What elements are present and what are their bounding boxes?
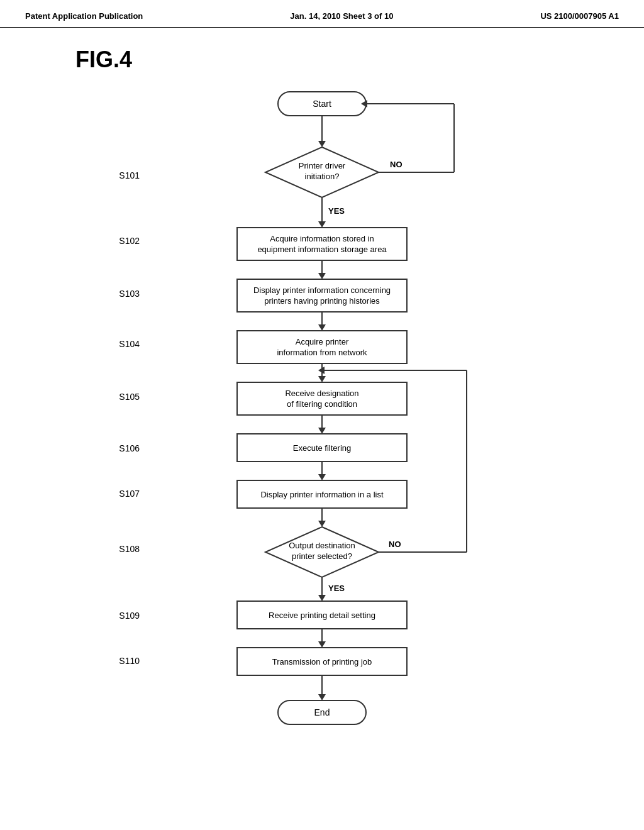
s104-text-line1: Acquire printer bbox=[296, 337, 349, 346]
s109-label: S109 bbox=[119, 611, 140, 621]
flowchart-svg: Start S101 Printer driver initiation? YE… bbox=[102, 86, 542, 815]
s106-text: Execute filtering bbox=[293, 443, 352, 453]
s101-label: S101 bbox=[119, 170, 140, 180]
svg-marker-2 bbox=[318, 141, 326, 147]
start-label: Start bbox=[313, 99, 331, 109]
svg-marker-40 bbox=[318, 694, 326, 700]
svg-rect-16 bbox=[237, 331, 407, 363]
s104-label: S104 bbox=[119, 339, 140, 349]
header-center: Jan. 14, 2010 Sheet 3 of 10 bbox=[290, 11, 393, 21]
flowchart: Start S101 Printer driver initiation? YE… bbox=[102, 86, 542, 817]
s105-text-line2: of filtering condition bbox=[287, 399, 357, 409]
s109-text: Receive printing detail setting bbox=[269, 611, 375, 620]
s102-text-line1: Acquire information stored in bbox=[270, 234, 374, 243]
svg-rect-13 bbox=[237, 279, 407, 312]
s102-text-line2: equipment information storage area bbox=[257, 245, 387, 254]
s108-label: S108 bbox=[119, 544, 140, 554]
end-label: End bbox=[314, 707, 330, 717]
svg-rect-10 bbox=[237, 228, 407, 260]
s107-text: Display printer information in a list bbox=[260, 490, 383, 499]
svg-marker-12 bbox=[318, 273, 326, 279]
page-header: Patent Application Publication Jan. 14, … bbox=[0, 0, 644, 28]
svg-marker-37 bbox=[318, 641, 326, 648]
svg-marker-5 bbox=[318, 221, 326, 228]
s101-text-line1: Printer driver bbox=[299, 161, 346, 170]
s101-no-label: NO bbox=[390, 160, 402, 169]
s110-label: S110 bbox=[119, 656, 140, 666]
s106-label: S106 bbox=[119, 443, 140, 453]
s105-text-line1: Receive designation bbox=[285, 389, 358, 398]
s102-label: S102 bbox=[119, 236, 140, 246]
s108-yes-label: YES bbox=[328, 584, 345, 593]
svg-rect-19 bbox=[237, 382, 407, 415]
s103-label: S103 bbox=[119, 289, 140, 299]
s108-no-label: NO bbox=[389, 540, 401, 549]
header-right: US 2100/0007905 A1 bbox=[540, 11, 619, 21]
svg-marker-24 bbox=[318, 474, 326, 480]
svg-marker-21 bbox=[318, 428, 326, 434]
svg-marker-34 bbox=[318, 595, 326, 601]
s103-text-line1: Display printer information concerning bbox=[253, 285, 391, 295]
s105-label: S105 bbox=[119, 392, 140, 402]
s101-yes-label: YES bbox=[328, 206, 345, 216]
svg-marker-27 bbox=[318, 521, 326, 527]
fig-title: FIG.4 bbox=[0, 28, 644, 86]
s103-text-line2: printers having printing histories bbox=[264, 296, 380, 306]
s108-text-line1: Output destination bbox=[289, 541, 355, 550]
s108-text-line2: printer selected? bbox=[292, 551, 352, 561]
s107-label: S107 bbox=[119, 489, 140, 499]
header-left: Patent Application Publication bbox=[25, 11, 143, 21]
s104-text-line2: information from network bbox=[277, 348, 367, 357]
s110-text: Transmission of printing job bbox=[272, 657, 372, 667]
svg-marker-15 bbox=[318, 324, 326, 331]
s101-text-line2: initiation? bbox=[305, 172, 340, 181]
svg-marker-18 bbox=[318, 376, 326, 382]
